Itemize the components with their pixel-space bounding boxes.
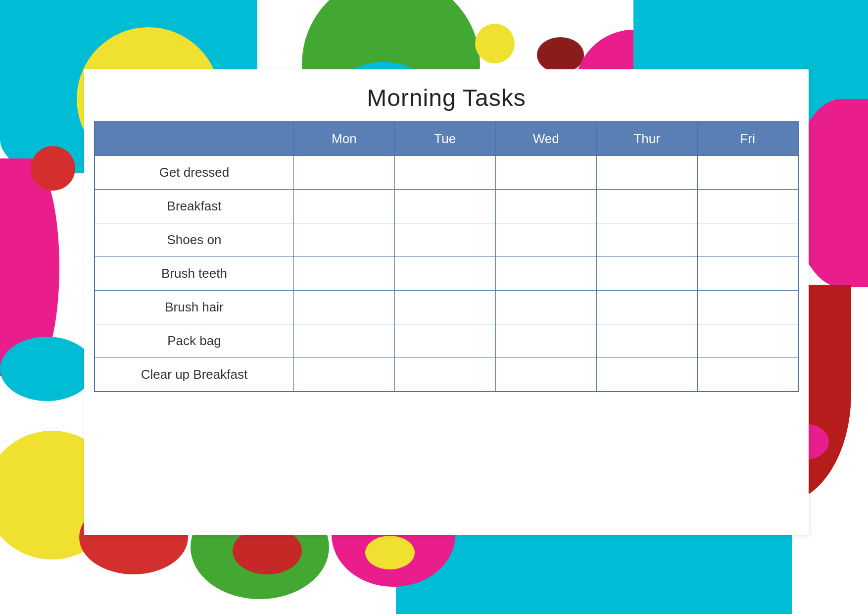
cell-fri-5[interactable] xyxy=(697,324,798,358)
cell-fri-4[interactable] xyxy=(697,291,798,324)
cell-thur-4[interactable] xyxy=(596,291,697,324)
table-row: Pack bag xyxy=(95,324,798,358)
cell-mon-2[interactable] xyxy=(293,223,394,257)
cell-fri-1[interactable] xyxy=(697,190,798,223)
cell-wed-5[interactable] xyxy=(495,324,596,358)
cell-mon-4[interactable] xyxy=(293,291,394,324)
cell-tue-4[interactable] xyxy=(394,291,495,324)
cell-wed-3[interactable] xyxy=(495,257,596,291)
decor-yellow-bottom-sm xyxy=(365,536,415,569)
cell-mon-0[interactable] xyxy=(293,156,394,190)
task-label: Brush hair xyxy=(95,291,293,324)
table-row: Breakfast xyxy=(95,190,798,223)
table-row: Clear up Breakfast xyxy=(95,358,798,392)
cell-fri-6[interactable] xyxy=(697,358,798,392)
cell-wed-4[interactable] xyxy=(495,291,596,324)
table-header-row: Mon Tue Wed Thur Fri xyxy=(95,122,798,156)
task-label: Pack bag xyxy=(95,324,293,358)
header-tue: Tue xyxy=(394,122,495,156)
cell-wed-1[interactable] xyxy=(495,190,596,223)
header-mon: Mon xyxy=(293,122,394,156)
cell-fri-2[interactable] xyxy=(697,223,798,257)
cell-mon-6[interactable] xyxy=(293,358,394,392)
table-row: Get dressed xyxy=(95,156,798,190)
task-label: Breakfast xyxy=(95,190,293,223)
cell-tue-6[interactable] xyxy=(394,358,495,392)
task-label: Brush teeth xyxy=(95,257,293,291)
cell-mon-1[interactable] xyxy=(293,190,394,223)
cell-thur-2[interactable] xyxy=(596,223,697,257)
tasks-table: Mon Tue Wed Thur Fri Get dressed Breakfa… xyxy=(94,121,799,392)
header-fri: Fri xyxy=(697,122,798,156)
cell-tue-1[interactable] xyxy=(394,190,495,223)
table-row: Brush teeth xyxy=(95,257,798,291)
task-label: Clear up Breakfast xyxy=(95,358,293,392)
task-label: Shoes on xyxy=(95,223,293,257)
cell-mon-3[interactable] xyxy=(293,257,394,291)
cell-tue-2[interactable] xyxy=(394,223,495,257)
table-row: Brush hair xyxy=(95,291,798,324)
cell-tue-3[interactable] xyxy=(394,257,495,291)
cell-fri-0[interactable] xyxy=(697,156,798,190)
cell-thur-5[interactable] xyxy=(596,324,697,358)
cell-thur-1[interactable] xyxy=(596,190,697,223)
cell-thur-6[interactable] xyxy=(596,358,697,392)
decor-red-left xyxy=(31,146,75,191)
task-label: Get dressed xyxy=(95,156,293,190)
cell-wed-2[interactable] xyxy=(495,223,596,257)
decor-yellow-dot-top xyxy=(475,24,515,63)
table-row: Shoes on xyxy=(95,223,798,257)
main-card: Morning Tasks Mon Tue Wed Thur Fri Get d… xyxy=(84,69,809,535)
header-thur: Thur xyxy=(596,122,697,156)
header-wed: Wed xyxy=(495,122,596,156)
cell-tue-5[interactable] xyxy=(394,324,495,358)
cell-thur-0[interactable] xyxy=(596,156,697,190)
cell-wed-0[interactable] xyxy=(495,156,596,190)
cell-tue-0[interactable] xyxy=(394,156,495,190)
page-title: Morning Tasks xyxy=(84,69,809,121)
cell-mon-5[interactable] xyxy=(293,324,394,358)
cell-thur-3[interactable] xyxy=(596,257,697,291)
decor-darkred-dot-top xyxy=(537,37,584,73)
header-task xyxy=(95,122,293,156)
cell-fri-3[interactable] xyxy=(697,257,798,291)
cell-wed-6[interactable] xyxy=(495,358,596,392)
decor-cyan-bottom-left xyxy=(0,337,94,401)
